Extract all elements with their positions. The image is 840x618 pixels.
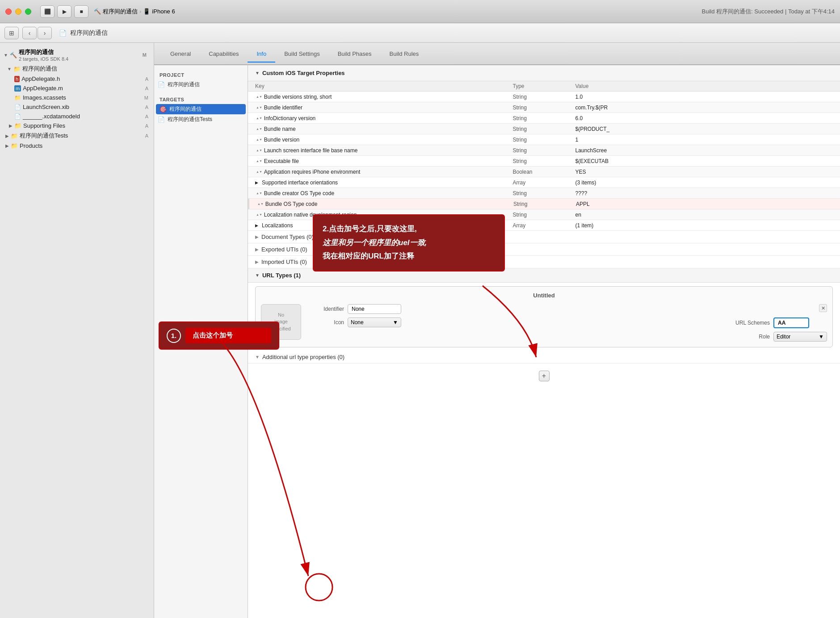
row-key-5: Launch screen interface file base name (264, 147, 357, 154)
row-type-2: String (513, 115, 575, 121)
build-status: Build 程序间的通信: Succeeded | Today at 下午4:1… (181, 8, 835, 16)
breadcrumb-separator: › (139, 8, 141, 15)
tab-general[interactable]: General (161, 46, 200, 63)
row-type-0: String (513, 94, 575, 100)
url-types-label: URL Types (1) (262, 272, 301, 279)
tab-build-settings[interactable]: Build Settings (275, 46, 329, 63)
minimize-button[interactable] (15, 8, 21, 15)
table-row[interactable]: ▲▼Bundle version String 1 (248, 134, 840, 145)
row-value-0: 1.0 (575, 94, 833, 100)
launch-icon: 📄 (14, 104, 21, 110)
doc-types-label: Document Types (0) (261, 234, 314, 240)
forward-button[interactable]: › (38, 27, 52, 39)
annotation-2-line2: 这里和另一个程序里的uel一致, (323, 236, 495, 250)
sidebar-item-images[interactable]: 📁 Images.xcassets M (0, 93, 154, 102)
sidebar-root-item[interactable]: ▼ 🔨 程序间的通信 2 targets, iOS SDK 8.4 M (0, 46, 154, 63)
annotation-box-2: 2.点击加号之后,只要改这里, 这里和另一个程序里的uel一致, 我在相对应的U… (313, 214, 505, 271)
table-row[interactable]: ▲▼Launch screen interface file base name… (248, 145, 840, 156)
annotation-2-line1: 2.点击加号之后,只要改这里, (323, 222, 495, 236)
custom-properties-header[interactable]: ▼ Custom iOS Target Properties (248, 65, 840, 81)
sidebar-item-tests[interactable]: ▶ 📁 程序间的通信Tests A (0, 130, 154, 141)
tests-triangle: ▶ (5, 134, 9, 138)
sidebar-item-xcdatamodel[interactable]: 📄 ______.xcdatamodeld A (0, 112, 154, 121)
stop-button[interactable]: ■ (74, 5, 88, 18)
layout-button[interactable]: ⊞ (4, 27, 19, 39)
additional-url-row[interactable]: ▼ Additional url type properties (0) (248, 351, 840, 363)
url-schemes-input[interactable] (773, 317, 809, 328)
row-key-6: Executable file (264, 158, 299, 164)
traffic-lights (5, 8, 31, 15)
exported-label: Exported UTIs (0) (261, 246, 307, 253)
icon-select[interactable]: None ▼ (348, 317, 401, 327)
close-button[interactable] (5, 8, 12, 15)
annotation-1-number: 1. (167, 329, 181, 343)
close-url-item-button[interactable]: ✕ (819, 304, 827, 312)
row-value-9: ???? (575, 190, 833, 196)
images-icon: 📁 (14, 95, 21, 101)
root-folder-icon: 🔨 (10, 52, 17, 58)
url-schemes-label: URL Schemes (730, 320, 770, 326)
row-value-2: 6.0 (575, 115, 833, 121)
target-item-tests[interactable]: 📄 程序间的通信Tests (154, 114, 248, 125)
value-column-header: Value (575, 83, 833, 89)
icon-label: Icon (308, 319, 344, 326)
titlebar-controls: ⬛ ▶ ■ (40, 5, 88, 18)
tab-build-rules[interactable]: Build Rules (381, 46, 428, 63)
target-main-label: 程序间的通信 (169, 105, 202, 113)
row-type-3: String (513, 126, 575, 132)
run-button[interactable]: ▶ (57, 5, 71, 18)
sidebar-item-launchscreen[interactable]: 📄 LaunchScreen.xib A (0, 102, 154, 112)
triangle-icon: ▶ (255, 223, 258, 228)
table-row[interactable]: ▶Supported interface orientations Array … (248, 177, 840, 188)
table-row[interactable]: ▲▼Bundle OS Type code String APPL (248, 199, 840, 209)
back-button[interactable]: ‹ (22, 27, 37, 39)
url-item-box: Untitled Noimagespecified Identifier (255, 286, 833, 347)
table-row[interactable]: ▲▼Bundle creator OS Type code String ???… (248, 188, 840, 199)
target-tests-label: 程序间的通信Tests (168, 116, 212, 123)
row-key-12: Localizations (262, 222, 293, 229)
project-breadcrumb[interactable]: 程序间的通信 (103, 8, 138, 16)
tests-badge: A (145, 133, 150, 138)
row-key-2: InfoDictionary version (264, 115, 315, 121)
maximize-button[interactable] (25, 8, 31, 15)
additional-label: Additional url type properties (0) (262, 354, 344, 360)
main-content: ▼ Custom iOS Target Properties Key Type … (248, 65, 840, 618)
row-value-1: com.Try.$(PR (575, 104, 833, 111)
project-item-main[interactable]: 📄 程序间的通信 (154, 79, 248, 90)
table-row[interactable]: ▲▼Bundle identifier String com.Try.$(PR (248, 102, 840, 113)
target-item-main[interactable]: 🎯 程序间的通信 (156, 104, 246, 114)
table-row[interactable]: ▲▼Bundle name String $(PRODUCT_ (248, 124, 840, 134)
group-folder-icon: 📁 (13, 66, 21, 72)
root-triangle: ▼ (4, 53, 8, 58)
tab-build-phases[interactable]: Build Phases (329, 46, 381, 63)
table-row[interactable]: ▲▼Application requires iPhone environmen… (248, 167, 840, 177)
sidebar-item-products[interactable]: ▶ 📁 Products (0, 141, 154, 150)
table-header: Key Type Value (248, 81, 840, 92)
identifier-input[interactable] (348, 304, 401, 314)
table-row[interactable]: ▲▼Executable file String $(EXECUTAB (248, 156, 840, 167)
role-select-value: Editor (777, 334, 790, 340)
device-name[interactable]: iPhone 6 (152, 8, 175, 15)
file-icon: 📄 (59, 29, 67, 37)
add-url-type-button[interactable]: + (539, 371, 550, 381)
sidebar-group-folder[interactable]: ▼ 📁 程序间的通信 (0, 63, 154, 74)
sort-arrows: ▲▼ (256, 170, 262, 173)
table-row[interactable]: ▲▼InfoDictionary version String 6.0 (248, 113, 840, 124)
sidebar-item-appdelegate-m[interactable]: m AppDelegate.m A (0, 84, 154, 93)
main-layout: ▼ 🔨 程序间的通信 2 targets, iOS SDK 8.4 M ▼ 📁 … (0, 43, 840, 618)
role-select[interactable]: Editor ▼ (773, 332, 827, 342)
appdelegate-m-label: AppDelegate.m (23, 85, 63, 92)
file-m-icon: m (14, 85, 21, 92)
tab-info[interactable]: Info (248, 46, 275, 63)
sidebar-item-supporting-files[interactable]: ▶ 📁 Supporting Files A (0, 121, 154, 130)
xcdatamodel-label: ______.xcdatamodeld (23, 113, 80, 120)
sidebar-item-appdelegate-h[interactable]: h AppDelegate.h A (0, 74, 154, 84)
row-value-3: $(PRODUCT_ (575, 126, 833, 132)
role-dropdown-arrow: ▼ (819, 334, 824, 340)
project-icon: 📄 (158, 81, 165, 88)
table-row[interactable]: ▲▼Bundle versions string, short String 1… (248, 92, 840, 102)
sidebar-toggle-button[interactable]: ⬛ (40, 5, 55, 18)
tab-capabilities[interactable]: Capabilities (200, 46, 248, 63)
build-time-separator: | (783, 8, 788, 15)
row-key-10: Bundle OS Type code (265, 201, 318, 207)
